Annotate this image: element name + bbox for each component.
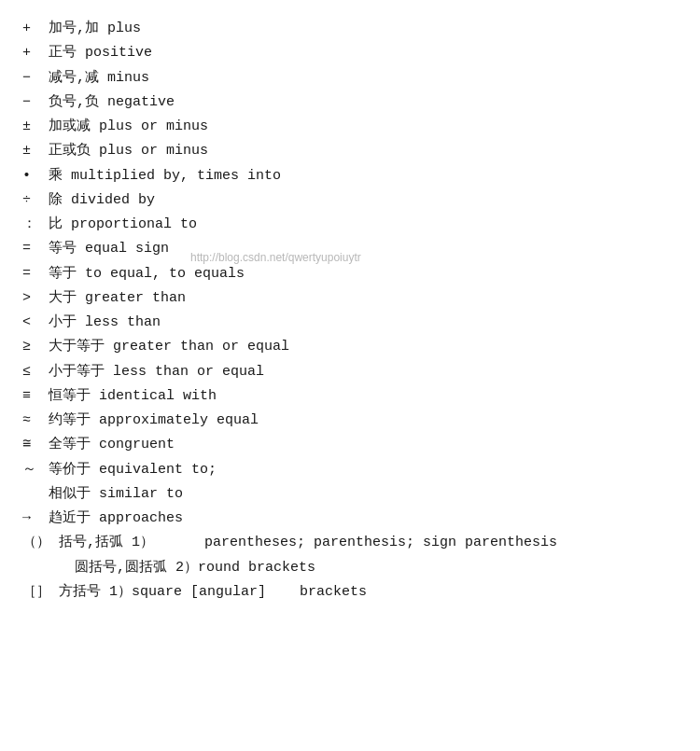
symbol-description: 小于 less than — [49, 311, 161, 335]
list-item: • 乘 multiplied by, times into — [22, 164, 678, 188]
math-symbol: ： — [22, 213, 49, 237]
symbol-description: 方括号 1）square [angular] brackets — [59, 580, 367, 605]
symbol-description: 大于 greater than — [49, 286, 186, 311]
symbol-description: 全等于 congruent — [49, 433, 175, 457]
symbol — [22, 482, 49, 507]
list-item: − 减号,减 minus — [22, 66, 678, 90]
list-item: ≤ 小于等于 less than or equal — [22, 360, 678, 384]
symbol-description: 比 proportional to — [49, 213, 197, 237]
list-item: ÷ 除 divided by — [22, 188, 678, 213]
list-item: ： 比 proportional to — [22, 213, 678, 237]
list-item: > 大于 greater than — [22, 286, 678, 311]
symbol-description: 除 divided by — [49, 188, 155, 213]
list-item: + 加号,加 plus — [22, 17, 678, 41]
symbol-description: 加或减 plus or minus — [49, 115, 208, 139]
math-symbol: ～ — [22, 458, 49, 482]
symbol-description: 趋近于 approaches — [49, 507, 183, 531]
math-symbol: ± — [22, 139, 49, 163]
math-symbol: ≤ — [22, 360, 49, 384]
math-symbol: （） — [22, 531, 59, 555]
math-symbol: = — [22, 237, 49, 261]
list-item: ≥ 大于等于 greater than or equal — [22, 335, 678, 359]
math-symbol: ≈ — [22, 409, 49, 433]
math-symbol: < — [22, 311, 49, 335]
content-area: http://blog.csdn.net/qwertyupoiuytr + 加号… — [22, 17, 678, 605]
math-symbol: → — [22, 507, 49, 531]
indent-spacer — [22, 556, 75, 580]
symbol-description: 等号 equal sign — [49, 237, 169, 261]
symbol-description: 约等于 approximately equal — [49, 409, 259, 433]
symbol-description: 等价于 equivalent to; — [49, 458, 217, 482]
list-item: ［］ 方括号 1）square [angular] brackets — [22, 580, 678, 605]
math-symbol: + — [22, 41, 49, 65]
math-symbol: − — [22, 66, 49, 90]
math-symbol: ± — [22, 115, 49, 139]
symbol-description: 正号 positive — [49, 41, 152, 65]
math-symbol: • — [22, 164, 49, 188]
symbol-description: 大于等于 greater than or equal — [49, 335, 289, 359]
math-symbol: ≅ — [22, 433, 49, 457]
math-symbol: ≡ — [22, 384, 49, 409]
math-symbol: > — [22, 286, 49, 311]
list-item: 圆括号,圆括弧 2）round brackets — [22, 556, 678, 580]
list-item: = 等号 equal sign — [22, 237, 678, 261]
symbol-description: 正或负 plus or minus — [49, 139, 208, 163]
symbol-description: 相似于 similar to — [49, 482, 183, 507]
math-symbol: = — [22, 262, 49, 286]
symbol-description: 减号,减 minus — [49, 66, 149, 90]
symbol-description: 圆括号,圆括弧 2）round brackets — [75, 556, 315, 580]
list-item: ≡ 恒等于 identical with — [22, 384, 678, 409]
symbol-description: 小于等于 less than or equal — [49, 360, 264, 384]
list-item: ± 加或减 plus or minus — [22, 115, 678, 139]
symbol-description: 负号,负 negative — [49, 90, 175, 115]
symbol-description: 加号,加 plus — [49, 17, 141, 41]
math-symbol: ［］ — [22, 580, 59, 605]
list-item: + 正号 positive — [22, 41, 678, 65]
symbol-description: 括号,括弧 1） parentheses; parenthesis; sign … — [59, 531, 557, 555]
list-item: 相似于 similar to — [22, 482, 678, 507]
math-symbol: + — [22, 17, 49, 41]
list-item: − 负号,负 negative — [22, 90, 678, 115]
list-item: ≅ 全等于 congruent — [22, 433, 678, 457]
list-item: → 趋近于 approaches — [22, 507, 678, 531]
list-item: ≈ 约等于 approximately equal — [22, 409, 678, 433]
list-item: = 等于 to equal, to equals — [22, 262, 678, 286]
math-symbol: ≥ — [22, 335, 49, 359]
math-symbol: − — [22, 90, 49, 115]
symbol-description: 等于 to equal, to equals — [49, 262, 245, 286]
symbol-description: 恒等于 identical with — [49, 384, 217, 409]
list-item: ～ 等价于 equivalent to; — [22, 458, 678, 482]
symbol-description: 乘 multiplied by, times into — [49, 164, 281, 188]
list-item: ± 正或负 plus or minus — [22, 139, 678, 163]
list-item: < 小于 less than — [22, 311, 678, 335]
list-item: （） 括号,括弧 1） parentheses; parenthesis; si… — [22, 531, 678, 555]
math-symbol: ÷ — [22, 188, 49, 213]
